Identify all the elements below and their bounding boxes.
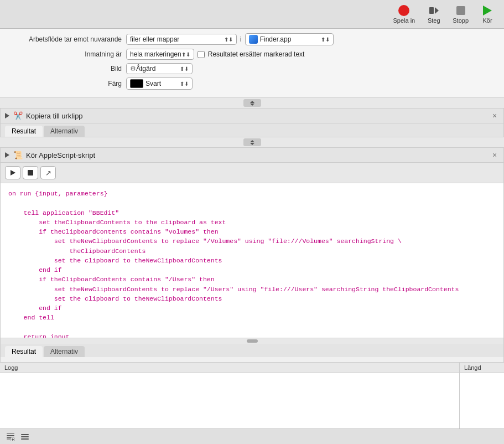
svg-rect-9 [21,434,29,435]
bild-atgard-icon: ⚙ [130,65,136,73]
spela-in-label: Spela in [393,17,415,24]
i-label: i [240,35,242,43]
applescript-icon-box: 📜 [13,150,23,160]
kor-button[interactable]: Kör [475,3,500,26]
list-view-button[interactable] [19,431,31,443]
inmatning-row: Inmatning är hela markeringen ⬆⬇ Resulta… [11,49,493,60]
bottom-toolbar [0,428,504,444]
log-side-area [460,373,504,428]
list-icon [20,432,29,441]
add-item-button[interactable] [4,431,17,443]
farg-row: Färg Svart ⬆⬇ [11,78,493,90]
bild-label: Bild [11,65,122,73]
inmatning-label: Inmatning är [11,50,122,58]
applescript-block: 📜 Kör AppleScript-skript × ↗ on run {inp… [0,147,504,363]
collapse-zone-2[interactable] [0,137,504,147]
kopiera-collapse-icon[interactable] [5,113,9,118]
log-section: Logg Längd [0,363,504,428]
clipboard-icon: ✂️ [13,111,23,120]
collapse-arrow-1[interactable] [243,99,261,107]
farg-select[interactable]: Svart ⬆⬇ [126,78,193,90]
stopp-button[interactable]: Stopp [448,3,473,26]
arbetsflode-label: Arbetsflöde tar emot nuvarande [11,35,122,43]
log-main-area [0,373,460,428]
kopiera-icon-box: ✂️ [13,111,23,121]
logg-header-cell: Logg [0,363,460,373]
collapse-arrow-2[interactable] [243,138,261,146]
applescript-title: Kör AppleScript-skript [26,151,487,159]
code-editor[interactable]: on run {input, parameters} tell applicat… [1,183,503,338]
resultatet-checkbox-row: Resultatet ersätter markerad text [198,50,305,58]
script-play-button[interactable] [5,166,20,179]
double-arrow-icon-2 [250,140,254,145]
svg-rect-2 [7,435,14,436]
resultatet-label: Resultatet ersätter markerad text [208,50,305,58]
step-icon [428,5,439,16]
applescript-tab-alternativ[interactable]: Alternativ [44,346,85,357]
kopiera-block: ✂️ Kopiera till urklipp × Resultat Alter… [0,108,504,137]
kopiera-tab-alternativ[interactable]: Alternativ [44,126,85,137]
farg-label: Färg [11,80,122,87]
steg-button[interactable]: Steg [422,3,446,26]
svg-marker-1 [435,7,439,14]
finder-icon [249,35,258,44]
bild-select[interactable]: ⚙ Åtgärd ⬆⬇ [126,63,193,74]
add-icon [6,432,15,441]
bild-control: ⚙ Åtgärd ⬆⬇ [126,63,193,74]
script-toolbar: ↗ [1,163,503,183]
script-stop-icon [28,170,33,175]
svg-rect-0 [429,7,434,14]
kor-label: Kör [482,17,492,24]
inmatning-select[interactable]: hela markeringen ⬆⬇ [126,49,194,60]
script-play-icon [11,170,15,175]
langd-header-cell: Längd [460,363,504,373]
kopiera-close-button[interactable]: × [490,111,499,120]
script-record-button[interactable]: ↗ [40,166,56,179]
applescript-collapse-icon[interactable] [5,152,9,158]
script-record-icon: ↗ [45,169,51,177]
bild-row: Bild ⚙ Åtgärd ⬆⬇ [11,63,493,74]
color-swatch [130,79,143,88]
applescript-header: 📜 Kör AppleScript-skript × [1,148,503,163]
kopiera-tabs: Resultat Alternativ [1,123,503,137]
script-stop-button[interactable] [23,166,38,179]
svg-rect-4 [7,433,14,434]
steg-label: Steg [428,17,440,24]
select-arrow-icon: ⬆⬇ [224,37,233,43]
log-header: Logg Längd [0,363,504,373]
bild-arrow-icon: ⬆⬇ [180,66,189,72]
applescript-bottom-tabs: Resultat Alternativ [1,344,503,357]
double-arrow-icon [250,101,254,106]
main-toolbar: Spela in Steg Stopp Kör [0,0,504,29]
finder-select[interactable]: Finder.app ⬆⬇ [245,33,334,45]
svg-rect-11 [21,438,29,440]
main-content: Arbetsflöde tar emot nuvarande filer ell… [0,29,504,444]
collapse-zone-1[interactable] [0,98,504,108]
spela-in-button[interactable]: Spela in [388,3,419,26]
record-icon [398,5,409,16]
kopiera-title: Kopiera till urklipp [26,112,487,120]
kopiera-header: ✂️ Kopiera till urklipp × [1,109,503,123]
inmatning-control: hela markeringen ⬆⬇ Resultatet ersätter … [126,49,304,60]
scrollbar-thumb [247,339,258,343]
arbetsflode-control: filer eller mappar ⬆⬇ i Finder.app ⬆⬇ [126,33,334,45]
applescript-tab-resultat[interactable]: Resultat [5,346,43,357]
run-icon [482,5,493,16]
finder-arrow-icon: ⬆⬇ [321,37,330,43]
stop-icon [455,5,466,16]
log-content [0,373,504,428]
kopiera-tab-resultat[interactable]: Resultat [5,126,43,137]
properties-panel: Arbetsflöde tar emot nuvarande filer ell… [0,29,504,98]
farg-arrow-icon: ⬆⬇ [180,81,189,87]
stopp-label: Stopp [453,17,469,24]
arbetsflode-row: Arbetsflöde tar emot nuvarande filer ell… [11,33,493,45]
arbetsflode-select[interactable]: filer eller mappar ⬆⬇ [126,34,237,45]
resultatet-checkbox[interactable] [198,51,205,58]
farg-control: Svart ⬆⬇ [126,78,193,90]
script-icon: 📜 [13,151,23,159]
svg-rect-10 [21,436,29,437]
applescript-close-button[interactable]: × [490,151,499,159]
code-scrollbar[interactable] [1,338,503,344]
inmatning-arrow-icon: ⬆⬇ [181,51,190,58]
